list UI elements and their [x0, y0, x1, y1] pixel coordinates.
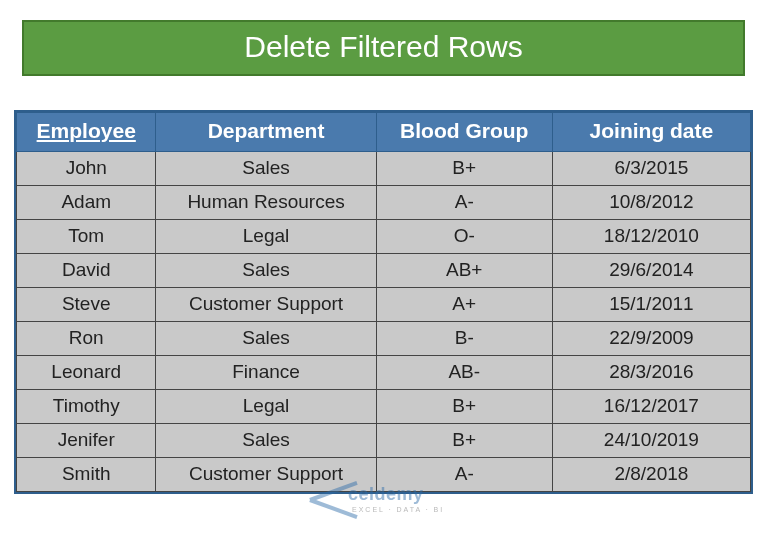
cell-joining-date[interactable]: 18/12/2010: [552, 220, 750, 254]
table-row[interactable]: John Sales B+ 6/3/2015: [17, 152, 751, 186]
cell-blood-group[interactable]: B-: [376, 322, 552, 356]
cell-employee[interactable]: Leonard: [17, 356, 156, 390]
cell-blood-group[interactable]: B+: [376, 424, 552, 458]
cell-blood-group[interactable]: A+: [376, 288, 552, 322]
cell-department[interactable]: Finance: [156, 356, 376, 390]
employee-table-container: Employee Department Blood Group Joining …: [14, 110, 753, 494]
cell-employee[interactable]: Adam: [17, 186, 156, 220]
table-body: John Sales B+ 6/3/2015 Adam Human Resour…: [17, 152, 751, 492]
cell-joining-date[interactable]: 2/8/2018: [552, 458, 750, 492]
cell-department[interactable]: Customer Support: [156, 458, 376, 492]
watermark-stroke-icon: [309, 498, 357, 519]
table-row[interactable]: Smith Customer Support A- 2/8/2018: [17, 458, 751, 492]
header-joining-date[interactable]: Joining date: [552, 113, 750, 152]
table-row[interactable]: Steve Customer Support A+ 15/1/2011: [17, 288, 751, 322]
cell-joining-date[interactable]: 15/1/2011: [552, 288, 750, 322]
header-employee[interactable]: Employee: [17, 113, 156, 152]
cell-joining-date[interactable]: 24/10/2019: [552, 424, 750, 458]
cell-department[interactable]: Legal: [156, 220, 376, 254]
cell-department[interactable]: Human Resources: [156, 186, 376, 220]
page-title: Delete Filtered Rows: [22, 20, 745, 76]
table-row[interactable]: Adam Human Resources A- 10/8/2012: [17, 186, 751, 220]
cell-department[interactable]: Sales: [156, 424, 376, 458]
cell-blood-group[interactable]: AB-: [376, 356, 552, 390]
table-row[interactable]: Ron Sales B- 22/9/2009: [17, 322, 751, 356]
cell-department[interactable]: Sales: [156, 254, 376, 288]
cell-joining-date[interactable]: 29/6/2014: [552, 254, 750, 288]
table-header-row: Employee Department Blood Group Joining …: [17, 113, 751, 152]
cell-joining-date[interactable]: 10/8/2012: [552, 186, 750, 220]
cell-blood-group[interactable]: AB+: [376, 254, 552, 288]
cell-department[interactable]: Customer Support: [156, 288, 376, 322]
employee-table: Employee Department Blood Group Joining …: [16, 112, 751, 492]
cell-employee[interactable]: John: [17, 152, 156, 186]
watermark-tagline: EXCEL · DATA · BI: [352, 506, 444, 513]
cell-employee[interactable]: David: [17, 254, 156, 288]
cell-blood-group[interactable]: A-: [376, 458, 552, 492]
cell-joining-date[interactable]: 6/3/2015: [552, 152, 750, 186]
cell-blood-group[interactable]: B+: [376, 390, 552, 424]
cell-employee[interactable]: Timothy: [17, 390, 156, 424]
header-department[interactable]: Department: [156, 113, 376, 152]
table-row[interactable]: Jenifer Sales B+ 24/10/2019: [17, 424, 751, 458]
table-row[interactable]: David Sales AB+ 29/6/2014: [17, 254, 751, 288]
cell-employee[interactable]: Tom: [17, 220, 156, 254]
cell-joining-date[interactable]: 16/12/2017: [552, 390, 750, 424]
cell-joining-date[interactable]: 28/3/2016: [552, 356, 750, 390]
cell-department[interactable]: Sales: [156, 152, 376, 186]
table-row[interactable]: Leonard Finance AB- 28/3/2016: [17, 356, 751, 390]
cell-department[interactable]: Legal: [156, 390, 376, 424]
table-row[interactable]: Timothy Legal B+ 16/12/2017: [17, 390, 751, 424]
cell-employee[interactable]: Smith: [17, 458, 156, 492]
cell-blood-group[interactable]: B+: [376, 152, 552, 186]
cell-joining-date[interactable]: 22/9/2009: [552, 322, 750, 356]
cell-employee[interactable]: Ron: [17, 322, 156, 356]
header-blood-group[interactable]: Blood Group: [376, 113, 552, 152]
cell-blood-group[interactable]: O-: [376, 220, 552, 254]
cell-blood-group[interactable]: A-: [376, 186, 552, 220]
cell-employee[interactable]: Jenifer: [17, 424, 156, 458]
table-row[interactable]: Tom Legal O- 18/12/2010: [17, 220, 751, 254]
cell-employee[interactable]: Steve: [17, 288, 156, 322]
cell-department[interactable]: Sales: [156, 322, 376, 356]
